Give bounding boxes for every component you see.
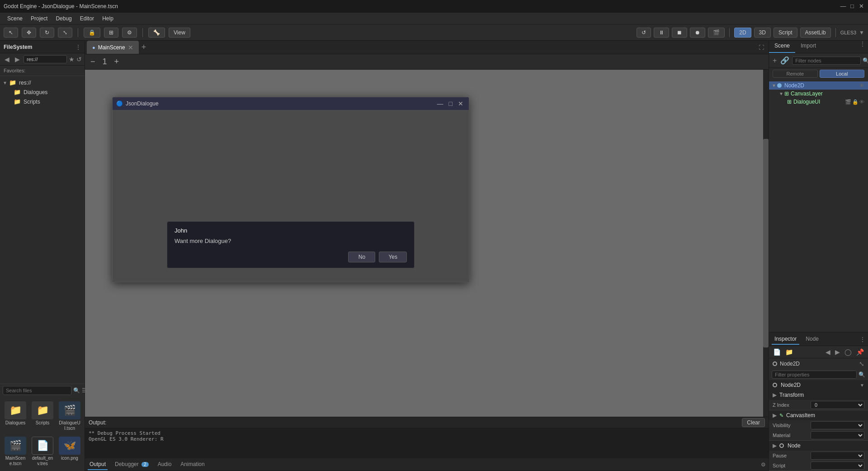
vp-zoom-in[interactable]: + — [112, 56, 122, 67]
node2d-visibility-icon[interactable]: 👁 — [859, 83, 864, 88]
dialogueui-visibility-icon[interactable]: 👁 — [859, 99, 864, 105]
dialog-close-button[interactable]: ✕ — [456, 100, 465, 107]
fs-grid-dialogues[interactable]: 📁 Dialogues — [3, 400, 28, 433]
canvasitem-header[interactable]: ▶ ✎ CanvasItem — [769, 410, 868, 420]
fs-forward-button[interactable]: ▶ — [13, 55, 22, 63]
renderer-dropdown-icon[interactable]: ▼ — [859, 29, 864, 36]
fs-tree-item-scripts[interactable]: 📁 Scripts — [0, 97, 85, 106]
output-tab-output[interactable]: Output — [88, 459, 108, 470]
viewport-canvas[interactable]: 🔵 JsonDialogue — □ ✕ John Wa — [85, 70, 769, 417]
minimize-button[interactable]: — — [840, 3, 846, 10]
dialog-minimize-button[interactable]: — — [435, 100, 445, 107]
dialog-maximize-button[interactable]: □ — [447, 100, 454, 107]
filesystem-menu-icon[interactable]: ⋮ — [75, 44, 81, 50]
dialogue-yes-button[interactable]: Yes — [379, 252, 407, 262]
viewport-scroll-thumb[interactable] — [763, 139, 769, 347]
insp-pin-button[interactable]: 📌 — [855, 348, 865, 356]
transform-header[interactable]: ▶ Transform — [769, 390, 868, 400]
btn-record[interactable]: ⏺ — [690, 28, 705, 38]
scene-panel-menu-icon[interactable]: ⋮ — [857, 41, 868, 53]
node-header[interactable]: ▶ Node — [769, 441, 868, 451]
search-input[interactable] — [3, 386, 71, 395]
btn-pause[interactable]: ⏸ — [654, 28, 669, 38]
material-select[interactable] — [811, 431, 864, 439]
menu-help[interactable]: Help — [99, 14, 117, 23]
scene-tree-node2d[interactable]: ▾ Node2D 👁 — [769, 81, 868, 90]
tool-rotate[interactable]: ↻ — [40, 28, 54, 38]
remote-local: Remote Local — [769, 68, 868, 80]
tool-bone[interactable]: 🦴 — [148, 28, 165, 38]
vp-zoom-reset[interactable]: 1 — [100, 56, 110, 67]
fs-bookmark-icon[interactable]: ★ — [69, 56, 75, 63]
view-button[interactable]: View — [169, 28, 190, 38]
dialogueui-lock-icon[interactable]: 🔒 — [852, 99, 859, 105]
scene-tab-scene[interactable]: Scene — [769, 41, 795, 53]
insp-next-button[interactable]: ▶ — [834, 348, 841, 356]
output-settings-icon[interactable]: ⚙ — [761, 461, 766, 468]
scene-tab-close[interactable]: ✕ — [128, 44, 133, 51]
menu-project[interactable]: Project — [27, 14, 51, 23]
output-tab-audio[interactable]: Audio — [156, 459, 174, 470]
menu-editor[interactable]: Editor — [76, 14, 98, 23]
zindex-value: 0 — [811, 401, 864, 409]
fs-grid-mainscene[interactable]: 🎬 MainScene.tscn — [3, 435, 28, 468]
tool-lock[interactable]: 🔒 — [84, 28, 100, 38]
btn-stop[interactable]: ⏹ — [672, 28, 687, 38]
inspector-menu-icon[interactable]: ⋮ — [860, 336, 865, 343]
dialogue-no-button[interactable]: No — [348, 252, 375, 262]
inspector-tab-inspector[interactable]: Inspector — [772, 334, 799, 345]
menu-debug[interactable]: Debug — [52, 14, 75, 23]
btn-assetlib[interactable]: AssetLib — [800, 28, 831, 38]
tool-move[interactable]: ✥ — [22, 28, 36, 38]
tool-snap[interactable]: ⚙ — [122, 28, 137, 38]
tab-add-button[interactable]: + — [139, 43, 149, 52]
fs-grid-scripts[interactable]: 📁 Scripts — [30, 400, 55, 433]
fs-grid-defaultenv[interactable]: 📄 default_env.tres — [30, 435, 55, 468]
tool-select[interactable]: ↖ — [4, 28, 18, 38]
fs-tree-item-res[interactable]: ▾ 📁 res:// — [0, 78, 85, 87]
filter-nodes-input[interactable] — [792, 57, 861, 65]
scene-tree-dialogueui[interactable]: ⊞ DialogueUI 🎬 🔒 👁 — [769, 98, 868, 106]
insp-open-folder-button[interactable]: 📁 — [784, 348, 794, 356]
btn-movie[interactable]: 🎬 — [708, 28, 725, 38]
scene-add-node-button[interactable]: + — [772, 56, 778, 66]
tool-scale[interactable]: ⤡ — [58, 28, 72, 38]
btn-script[interactable]: Script — [774, 28, 797, 38]
filter-properties-input[interactable] — [772, 371, 857, 379]
scene-tree-canvaslayer[interactable]: ▾ ⊞ CanvasLayer — [769, 90, 868, 98]
inspector-tab-node[interactable]: Node — [803, 334, 821, 345]
fs-grid-icon[interactable]: 🦋 icon.png — [57, 435, 82, 468]
local-button[interactable]: Local — [820, 70, 865, 78]
script-select[interactable] — [811, 461, 864, 470]
fs-reload-icon[interactable]: ↺ — [76, 56, 82, 63]
insp-open-script-button[interactable]: 📄 — [772, 348, 782, 356]
tool-group[interactable]: ⊞ — [104, 28, 118, 38]
maximize-button[interactable]: □ — [849, 3, 855, 10]
btn-2d[interactable]: 2D — [734, 28, 751, 38]
main-scene-tab[interactable]: ● MainScene ✕ — [87, 41, 139, 54]
vp-zoom-out[interactable]: − — [88, 56, 98, 67]
close-button[interactable]: ✕ — [858, 3, 864, 10]
fs-grid-dialogueui[interactable]: 🎬 DIalogueUI.tscn — [57, 400, 82, 433]
prop-node2d-header[interactable]: Node2D ▼ — [769, 380, 868, 390]
insp-prev-button[interactable]: ◀ — [824, 348, 832, 356]
dialogueui-script-icon[interactable]: 🎬 — [845, 99, 851, 105]
output-tab-debugger[interactable]: Debugger 2 — [113, 459, 151, 470]
fs-back-button[interactable]: ◀ — [3, 55, 11, 63]
menu-scene[interactable]: Scene — [4, 14, 26, 23]
scene-link-button[interactable]: 🔗 — [779, 55, 790, 66]
visibility-select[interactable] — [811, 421, 864, 429]
btn-reload[interactable]: ↺ — [637, 28, 651, 38]
fs-tree-item-dialogues[interactable]: 📁 Dialogues — [0, 87, 85, 97]
pause-select[interactable] — [811, 452, 864, 460]
clear-button[interactable]: Clear — [742, 418, 765, 427]
viewport-maximize-icon[interactable]: ⛶ — [756, 44, 767, 51]
scene-tab-import[interactable]: Import — [795, 41, 821, 53]
zindex-select[interactable]: 0 — [811, 401, 864, 409]
insp-history-button[interactable]: ◯ — [843, 348, 853, 356]
btn-3d[interactable]: 3D — [754, 28, 771, 38]
viewport-scrollbar[interactable] — [763, 70, 769, 417]
remote-button[interactable]: Remote — [773, 70, 818, 78]
node-badge-expand-icon[interactable]: ⤡ — [859, 360, 864, 367]
output-tab-animation[interactable]: Animation — [179, 459, 206, 470]
